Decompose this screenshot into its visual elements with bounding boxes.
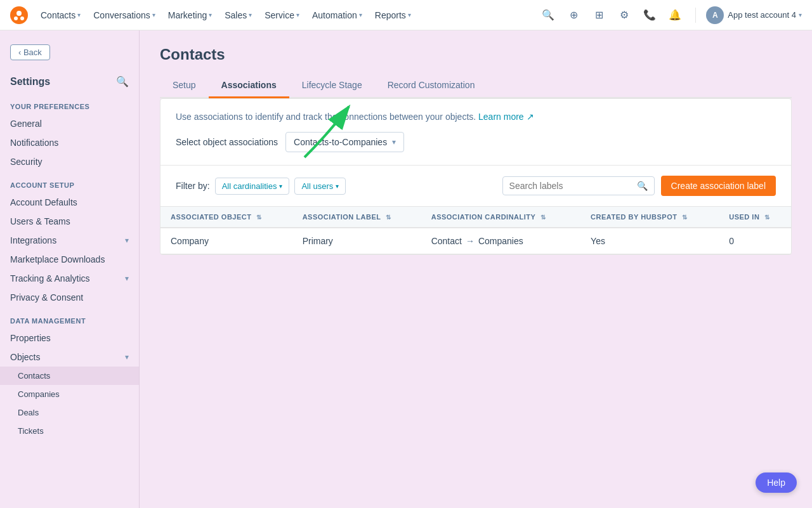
chevron-down-icon: ▾: [209, 11, 212, 18]
sidebar-title: Settings: [10, 76, 50, 88]
chevron-down-icon: ▾: [359, 11, 362, 18]
sidebar-item-tracking-analytics[interactable]: Tracking & Analytics ▾: [0, 269, 139, 288]
back-button-area: ‹ Back: [0, 41, 139, 70]
sidebar-item-integrations[interactable]: Integrations ▾: [0, 231, 139, 250]
nav-reports[interactable]: Reports ▾: [370, 8, 416, 23]
content-card: Use associations to identify and track t…: [160, 98, 792, 255]
svg-point-3: [20, 16, 24, 20]
sort-icon[interactable]: ⇅: [764, 214, 770, 221]
chevron-right-icon: ▾: [125, 274, 129, 283]
create-association-label-button[interactable]: Create association label: [661, 176, 776, 196]
sidebar-item-companies[interactable]: Companies: [0, 385, 139, 403]
search-input[interactable]: [509, 181, 637, 191]
phone-icon[interactable]: 📞: [639, 5, 660, 25]
back-button[interactable]: ‹ Back: [10, 44, 50, 60]
filter-bar: Filter by: All cardinalities ▾ All users…: [160, 166, 791, 207]
page-title: Contacts: [160, 46, 792, 63]
sidebar-item-tickets[interactable]: Tickets: [0, 422, 139, 440]
nav-divider: [695, 8, 696, 23]
sidebar-item-security[interactable]: Security: [0, 152, 139, 171]
content-description: Use associations to identify and track t…: [176, 112, 776, 122]
chevron-right-icon: ▾: [125, 353, 129, 361]
chevron-down-icon: ▾: [799, 11, 802, 18]
tab-lifecycle-stage[interactable]: Lifecycle Stage: [289, 74, 375, 98]
cell-association-cardinality: Contact → Companies: [421, 228, 580, 254]
col-used-in: Used In ⇅: [719, 207, 791, 228]
nav-automation[interactable]: Automation ▾: [307, 8, 367, 23]
chevron-down-icon: ▾: [408, 11, 411, 18]
sidebar-item-account-defaults[interactable]: Account Defaults: [0, 193, 139, 212]
tab-record-customization[interactable]: Record Customization: [375, 74, 488, 98]
nav-sales[interactable]: Sales ▾: [219, 8, 257, 23]
filter-right: 🔍 Create association label: [502, 176, 776, 196]
sidebar-item-marketplace-downloads[interactable]: Marketplace Downloads: [0, 250, 139, 269]
filter-users-button[interactable]: All users ▾: [294, 178, 346, 195]
sidebar-item-deals[interactable]: Deals: [0, 403, 139, 422]
sort-icon[interactable]: ⇅: [256, 214, 262, 221]
topnav-navigation: Contacts ▾ Conversations ▾ Marketing ▾ S…: [36, 8, 538, 23]
chevron-down-icon: ▾: [249, 11, 252, 18]
sidebar-item-users-teams[interactable]: Users & Teams: [0, 212, 139, 231]
cell-associated-object: Company: [160, 228, 292, 254]
sort-icon[interactable]: ⇅: [386, 214, 391, 221]
help-button[interactable]: Help: [756, 472, 797, 493]
tab-setup[interactable]: Setup: [160, 74, 209, 98]
section-title-your-preferences: Your Preferences: [0, 93, 139, 114]
sidebar-item-privacy-consent[interactable]: Privacy & Consent: [0, 288, 139, 307]
arrow-icon: →: [466, 236, 475, 246]
chevron-down-icon: ▾: [392, 138, 396, 147]
nav-conversations[interactable]: Conversations ▾: [88, 8, 160, 23]
settings-icon[interactable]: ⚙: [614, 5, 634, 25]
nav-service[interactable]: Service ▾: [259, 8, 304, 23]
sidebar-item-general[interactable]: General: [0, 114, 139, 133]
table-row: Company Primary Contact → Companies Yes …: [160, 228, 791, 254]
chevron-down-icon: ▾: [77, 11, 81, 18]
tab-associations[interactable]: Associations: [209, 74, 289, 98]
chevron-down-icon: ▾: [152, 11, 155, 18]
search-box[interactable]: 🔍: [502, 176, 655, 195]
svg-point-2: [14, 16, 18, 20]
help-circle-icon[interactable]: ⊕: [563, 5, 584, 25]
chevron-down-icon: ▾: [279, 183, 282, 190]
sort-icon[interactable]: ⇅: [682, 214, 688, 221]
search-icon: 🔍: [637, 181, 648, 191]
apps-icon[interactable]: ⊞: [589, 5, 609, 25]
sidebar-search-icon[interactable]: 🔍: [116, 75, 129, 88]
sidebar-item-objects[interactable]: Objects ▾: [0, 348, 139, 367]
cell-created-by-hubspot: Yes: [580, 228, 719, 254]
cell-association-label: Primary: [292, 228, 421, 254]
nav-marketing[interactable]: Marketing ▾: [163, 8, 217, 23]
sidebar: ‹ Back Settings 🔍 Your Preferences Gener…: [0, 30, 140, 508]
sidebar-item-notifications[interactable]: Notifications: [0, 133, 139, 152]
filter-by-label: Filter by:: [176, 181, 210, 191]
cardinality-to: Companies: [478, 236, 523, 246]
sidebar-item-properties[interactable]: Properties: [0, 329, 139, 348]
svg-point-1: [16, 11, 22, 16]
hubspot-logo: [10, 6, 28, 24]
filter-cardinalities-button[interactable]: All cardinalities ▾: [215, 178, 290, 195]
tabs-bar: Setup Associations Lifecycle Stage Recor…: [160, 74, 792, 98]
sidebar-item-contacts[interactable]: Contacts: [0, 367, 139, 385]
nav-contacts[interactable]: Contacts ▾: [36, 8, 86, 23]
table-header-row: Associated Object ⇅ Association Label ⇅ …: [160, 207, 791, 228]
chevron-right-icon: ▾: [125, 236, 129, 245]
associations-table: Associated Object ⇅ Association Label ⇅ …: [160, 207, 791, 254]
section-title-account-setup: Account Setup: [0, 171, 139, 193]
col-association-cardinality: Association Cardinality ⇅: [421, 207, 580, 228]
col-association-label: Association Label ⇅: [292, 207, 421, 228]
sort-icon[interactable]: ⇅: [540, 214, 546, 221]
learn-more-link[interactable]: Learn more ↗: [478, 112, 534, 122]
table: Associated Object ⇅ Association Label ⇅ …: [160, 207, 791, 254]
avatar: A: [706, 6, 724, 24]
cell-used-in: 0: [719, 228, 791, 254]
object-select-row: Select object associations Contacts-to-C…: [176, 132, 776, 152]
filter-left: Filter by: All cardinalities ▾ All users…: [176, 178, 346, 195]
cardinality-from: Contact: [431, 236, 462, 246]
chevron-down-icon: ▾: [336, 183, 339, 190]
topnav-actions: 🔍 ⊕ ⊞ ⚙ 📞 🔔 A App test account 4 ▾: [538, 5, 802, 25]
bell-icon[interactable]: 🔔: [665, 5, 685, 25]
object-dropdown[interactable]: Contacts-to-Companies ▾: [285, 132, 404, 152]
topnav: Contacts ▾ Conversations ▾ Marketing ▾ S…: [0, 0, 812, 30]
account-menu[interactable]: A App test account 4 ▾: [706, 6, 802, 24]
search-icon[interactable]: 🔍: [538, 5, 558, 25]
